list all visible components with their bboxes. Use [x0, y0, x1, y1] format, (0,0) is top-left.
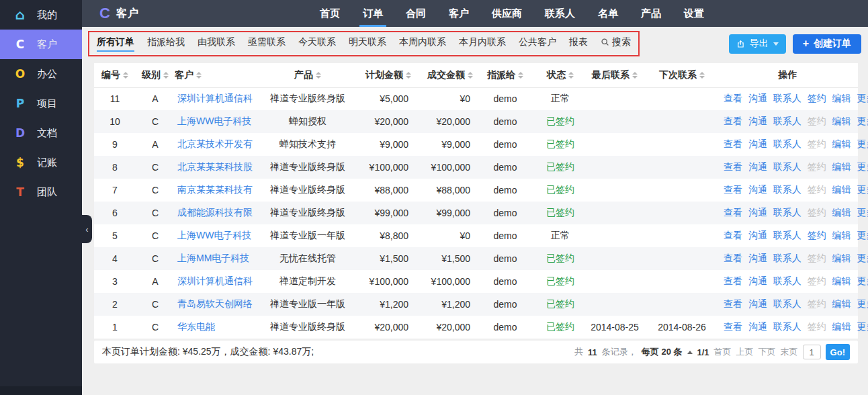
- edit-link[interactable]: 编辑: [832, 298, 851, 309]
- view-link[interactable]: 查看: [724, 116, 742, 126]
- sidebar-item[interactable]: P 项目: [0, 89, 82, 118]
- communicate-link[interactable]: 沟通: [748, 230, 767, 240]
- edit-link[interactable]: 编辑: [832, 275, 851, 286]
- sidebar-item[interactable]: D 文档: [0, 118, 82, 148]
- customer-link[interactable]: 上海WW电子科技: [177, 116, 251, 126]
- nav-item[interactable]: 首页: [320, 0, 340, 27]
- filter-tab[interactable]: 指派给我: [147, 36, 185, 52]
- sort-icon[interactable]: [518, 72, 523, 79]
- column-header[interactable]: 操作: [718, 63, 858, 87]
- filter-tab[interactable]: 搜索: [601, 36, 631, 52]
- customer-link[interactable]: 成都能源科技有限: [177, 207, 253, 218]
- nav-item[interactable]: 产品: [641, 0, 661, 27]
- filter-tab[interactable]: 由我联系: [198, 36, 235, 52]
- per-page-caret-icon[interactable]: [687, 351, 693, 354]
- communicate-link[interactable]: 沟通: [748, 93, 767, 103]
- more-link[interactable]: 更多: [857, 253, 868, 263]
- sign-link[interactable]: 签约: [808, 230, 826, 240]
- customer-link[interactable]: 华东电能: [177, 321, 215, 332]
- sort-icon[interactable]: [568, 72, 574, 79]
- sidebar-item[interactable]: C 客户: [0, 30, 82, 59]
- view-link[interactable]: 查看: [724, 207, 742, 218]
- create-order-button[interactable]: + 创建订单: [793, 34, 861, 54]
- column-header[interactable]: 计划金额: [352, 63, 411, 87]
- more-link[interactable]: 更多: [857, 161, 868, 172]
- sort-icon[interactable]: [468, 72, 473, 79]
- column-header[interactable]: 客户: [175, 63, 263, 87]
- first-page-link[interactable]: 首页: [714, 346, 732, 358]
- communicate-link[interactable]: 沟通: [748, 207, 767, 218]
- view-link[interactable]: 查看: [724, 161, 742, 172]
- filter-tab[interactable]: 今天联系: [298, 36, 336, 52]
- filter-tab[interactable]: 所有订单: [97, 36, 134, 52]
- edit-link[interactable]: 编辑: [832, 230, 851, 240]
- edit-link[interactable]: 编辑: [832, 253, 851, 263]
- contact-link[interactable]: 联系人: [773, 253, 801, 263]
- column-header[interactable]: 编号: [94, 63, 136, 87]
- view-link[interactable]: 查看: [724, 298, 742, 309]
- sign-link[interactable]: 签约: [808, 116, 826, 126]
- more-link[interactable]: 更多: [857, 275, 868, 286]
- column-header[interactable]: 指派给: [473, 63, 537, 87]
- column-header[interactable]: 最后联系: [583, 63, 646, 87]
- filter-tab[interactable]: 公共客户: [519, 36, 556, 52]
- view-link[interactable]: 查看: [724, 275, 742, 286]
- more-link[interactable]: 更多: [857, 298, 868, 309]
- last-page-link[interactable]: 末页: [781, 346, 798, 358]
- more-link[interactable]: 更多: [857, 93, 868, 103]
- customer-link[interactable]: 北京某某某科技股: [177, 161, 253, 172]
- view-link[interactable]: 查看: [724, 321, 742, 332]
- filter-tab[interactable]: 报表: [569, 36, 588, 52]
- sidebar-item[interactable]: O 办公: [0, 59, 82, 89]
- sidebar-item[interactable]: $ 记账: [0, 148, 82, 177]
- sort-icon[interactable]: [632, 72, 638, 79]
- nav-item[interactable]: 联系人: [545, 0, 575, 27]
- edit-link[interactable]: 编辑: [832, 161, 851, 172]
- communicate-link[interactable]: 沟通: [748, 184, 767, 195]
- communicate-link[interactable]: 沟通: [748, 321, 767, 332]
- more-link[interactable]: 更多: [857, 116, 868, 126]
- column-header[interactable]: 成交金额: [411, 63, 473, 87]
- sort-icon[interactable]: [406, 72, 411, 79]
- more-link[interactable]: 更多: [857, 207, 868, 218]
- sign-link[interactable]: 签约: [808, 298, 826, 309]
- customer-link[interactable]: 南京某某某科技有: [177, 184, 253, 195]
- communicate-link[interactable]: 沟通: [748, 275, 767, 286]
- view-link[interactable]: 查看: [724, 93, 742, 103]
- contact-link[interactable]: 联系人: [773, 161, 801, 172]
- customer-link[interactable]: 深圳计算机通信科: [177, 93, 253, 103]
- edit-link[interactable]: 编辑: [832, 207, 851, 218]
- prev-page-link[interactable]: 上页: [736, 346, 754, 358]
- sidebar-collapse-handle[interactable]: ‹: [82, 215, 92, 243]
- sign-link[interactable]: 签约: [808, 275, 826, 286]
- contact-link[interactable]: 联系人: [773, 93, 801, 103]
- customer-link[interactable]: 上海MM电子科技: [177, 253, 249, 263]
- sort-icon[interactable]: [123, 72, 128, 79]
- sign-link[interactable]: 签约: [808, 253, 826, 263]
- customer-link[interactable]: 深圳计算机通信科: [177, 275, 253, 286]
- communicate-link[interactable]: 沟通: [748, 161, 767, 172]
- next-page-link[interactable]: 下页: [758, 346, 776, 358]
- communicate-link[interactable]: 沟通: [748, 298, 767, 309]
- contact-link[interactable]: 联系人: [773, 184, 801, 195]
- sort-icon[interactable]: [699, 72, 705, 79]
- app-logo[interactable]: C 客户: [99, 5, 139, 22]
- column-header[interactable]: 产品: [263, 63, 352, 87]
- sort-icon[interactable]: [196, 72, 202, 79]
- more-link[interactable]: 更多: [857, 138, 868, 149]
- sidebar-item[interactable]: ⌂ 我的: [0, 0, 82, 30]
- view-link[interactable]: 查看: [724, 184, 742, 195]
- nav-item[interactable]: 合同: [406, 0, 426, 27]
- column-header[interactable]: 下次联系: [646, 63, 718, 87]
- more-link[interactable]: 更多: [857, 184, 868, 195]
- contact-link[interactable]: 联系人: [773, 116, 801, 126]
- contact-link[interactable]: 联系人: [773, 207, 801, 218]
- sign-link[interactable]: 签约: [808, 161, 826, 172]
- nav-item[interactable]: 供应商: [492, 0, 522, 27]
- sort-icon[interactable]: [163, 72, 169, 79]
- nav-item[interactable]: 设置: [684, 0, 704, 27]
- column-header[interactable]: 级别: [136, 63, 175, 87]
- customer-link[interactable]: 北京某技术开发有: [177, 138, 253, 149]
- view-link[interactable]: 查看: [724, 230, 742, 240]
- sign-link[interactable]: 签约: [808, 93, 826, 103]
